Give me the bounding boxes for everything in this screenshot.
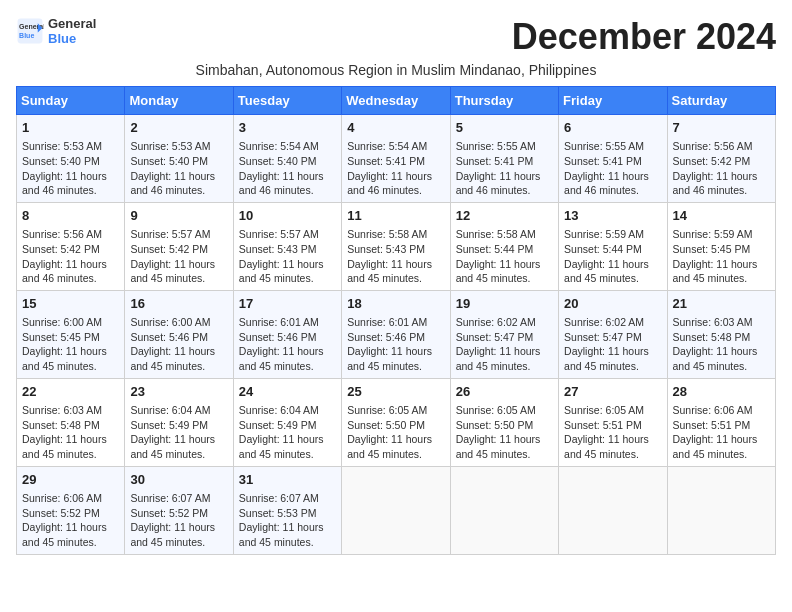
sunset-text: Sunset: 5:41 PM [347, 154, 444, 169]
daylight-text: Daylight: 11 hours and 45 minutes. [673, 432, 770, 461]
calendar-cell: 24Sunrise: 6:04 AMSunset: 5:49 PMDayligh… [233, 378, 341, 466]
col-header-wednesday: Wednesday [342, 87, 450, 115]
week-row-5: 29Sunrise: 6:06 AMSunset: 5:52 PMDayligh… [17, 466, 776, 554]
col-header-friday: Friday [559, 87, 667, 115]
sunrise-text: Sunrise: 6:06 AM [22, 491, 119, 506]
calendar-cell: 22Sunrise: 6:03 AMSunset: 5:48 PMDayligh… [17, 378, 125, 466]
calendar-cell: 17Sunrise: 6:01 AMSunset: 5:46 PMDayligh… [233, 290, 341, 378]
calendar-cell: 15Sunrise: 6:00 AMSunset: 5:45 PMDayligh… [17, 290, 125, 378]
calendar-cell: 5Sunrise: 5:55 AMSunset: 5:41 PMDaylight… [450, 115, 558, 203]
sunrise-text: Sunrise: 6:03 AM [673, 315, 770, 330]
sunrise-text: Sunrise: 5:57 AM [239, 227, 336, 242]
day-number: 11 [347, 207, 444, 225]
daylight-text: Daylight: 11 hours and 45 minutes. [22, 432, 119, 461]
calendar-cell: 21Sunrise: 6:03 AMSunset: 5:48 PMDayligh… [667, 290, 775, 378]
sunrise-text: Sunrise: 6:00 AM [22, 315, 119, 330]
day-number: 20 [564, 295, 661, 313]
day-number: 13 [564, 207, 661, 225]
daylight-text: Daylight: 11 hours and 45 minutes. [239, 257, 336, 286]
day-number: 7 [673, 119, 770, 137]
sunset-text: Sunset: 5:50 PM [456, 418, 553, 433]
daylight-text: Daylight: 11 hours and 45 minutes. [130, 344, 227, 373]
sunset-text: Sunset: 5:40 PM [239, 154, 336, 169]
day-number: 21 [673, 295, 770, 313]
week-row-1: 1Sunrise: 5:53 AMSunset: 5:40 PMDaylight… [17, 115, 776, 203]
day-number: 3 [239, 119, 336, 137]
sunrise-text: Sunrise: 6:07 AM [239, 491, 336, 506]
daylight-text: Daylight: 11 hours and 45 minutes. [130, 432, 227, 461]
sunrise-text: Sunrise: 5:54 AM [239, 139, 336, 154]
daylight-text: Daylight: 11 hours and 45 minutes. [347, 432, 444, 461]
daylight-text: Daylight: 11 hours and 45 minutes. [456, 257, 553, 286]
sunset-text: Sunset: 5:43 PM [347, 242, 444, 257]
daylight-text: Daylight: 11 hours and 45 minutes. [22, 520, 119, 549]
calendar-cell: 11Sunrise: 5:58 AMSunset: 5:43 PMDayligh… [342, 202, 450, 290]
calendar-cell: 2Sunrise: 5:53 AMSunset: 5:40 PMDaylight… [125, 115, 233, 203]
sunset-text: Sunset: 5:45 PM [673, 242, 770, 257]
sunrise-text: Sunrise: 6:04 AM [130, 403, 227, 418]
sunrise-text: Sunrise: 5:59 AM [564, 227, 661, 242]
sunset-text: Sunset: 5:52 PM [22, 506, 119, 521]
calendar-cell: 28Sunrise: 6:06 AMSunset: 5:51 PMDayligh… [667, 378, 775, 466]
day-number: 30 [130, 471, 227, 489]
calendar-cell [559, 466, 667, 554]
sunrise-text: Sunrise: 6:01 AM [347, 315, 444, 330]
calendar-cell: 9Sunrise: 5:57 AMSunset: 5:42 PMDaylight… [125, 202, 233, 290]
sunrise-text: Sunrise: 5:53 AM [22, 139, 119, 154]
daylight-text: Daylight: 11 hours and 46 minutes. [564, 169, 661, 198]
calendar-header-row: SundayMondayTuesdayWednesdayThursdayFrid… [17, 87, 776, 115]
calendar-cell: 3Sunrise: 5:54 AMSunset: 5:40 PMDaylight… [233, 115, 341, 203]
daylight-text: Daylight: 11 hours and 45 minutes. [130, 520, 227, 549]
calendar-table: SundayMondayTuesdayWednesdayThursdayFrid… [16, 86, 776, 555]
calendar-cell: 20Sunrise: 6:02 AMSunset: 5:47 PMDayligh… [559, 290, 667, 378]
calendar-cell: 14Sunrise: 5:59 AMSunset: 5:45 PMDayligh… [667, 202, 775, 290]
week-row-4: 22Sunrise: 6:03 AMSunset: 5:48 PMDayligh… [17, 378, 776, 466]
day-number: 15 [22, 295, 119, 313]
sunset-text: Sunset: 5:40 PM [130, 154, 227, 169]
col-header-monday: Monday [125, 87, 233, 115]
daylight-text: Daylight: 11 hours and 45 minutes. [673, 257, 770, 286]
daylight-text: Daylight: 11 hours and 45 minutes. [347, 344, 444, 373]
sunrise-text: Sunrise: 6:05 AM [456, 403, 553, 418]
calendar-cell: 31Sunrise: 6:07 AMSunset: 5:53 PMDayligh… [233, 466, 341, 554]
sunset-text: Sunset: 5:49 PM [130, 418, 227, 433]
sunrise-text: Sunrise: 5:53 AM [130, 139, 227, 154]
col-header-sunday: Sunday [17, 87, 125, 115]
daylight-text: Daylight: 11 hours and 46 minutes. [130, 169, 227, 198]
day-number: 8 [22, 207, 119, 225]
sunrise-text: Sunrise: 6:05 AM [564, 403, 661, 418]
logo-icon: General Blue [16, 17, 44, 45]
calendar-cell [450, 466, 558, 554]
daylight-text: Daylight: 11 hours and 46 minutes. [22, 169, 119, 198]
calendar-cell: 23Sunrise: 6:04 AMSunset: 5:49 PMDayligh… [125, 378, 233, 466]
daylight-text: Daylight: 11 hours and 45 minutes. [239, 344, 336, 373]
sunset-text: Sunset: 5:41 PM [456, 154, 553, 169]
sunset-text: Sunset: 5:51 PM [564, 418, 661, 433]
sunset-text: Sunset: 5:40 PM [22, 154, 119, 169]
daylight-text: Daylight: 11 hours and 46 minutes. [456, 169, 553, 198]
daylight-text: Daylight: 11 hours and 45 minutes. [239, 432, 336, 461]
day-number: 2 [130, 119, 227, 137]
sunset-text: Sunset: 5:49 PM [239, 418, 336, 433]
sunrise-text: Sunrise: 6:02 AM [456, 315, 553, 330]
sunset-text: Sunset: 5:52 PM [130, 506, 227, 521]
calendar-cell: 29Sunrise: 6:06 AMSunset: 5:52 PMDayligh… [17, 466, 125, 554]
logo: General Blue General Blue [16, 16, 96, 46]
sunset-text: Sunset: 5:42 PM [673, 154, 770, 169]
sunset-text: Sunset: 5:42 PM [22, 242, 119, 257]
logo-text: General Blue [48, 16, 96, 46]
sunset-text: Sunset: 5:45 PM [22, 330, 119, 345]
day-number: 22 [22, 383, 119, 401]
day-number: 26 [456, 383, 553, 401]
daylight-text: Daylight: 11 hours and 45 minutes. [239, 520, 336, 549]
sunset-text: Sunset: 5:42 PM [130, 242, 227, 257]
daylight-text: Daylight: 11 hours and 45 minutes. [347, 257, 444, 286]
sunrise-text: Sunrise: 6:01 AM [239, 315, 336, 330]
sunset-text: Sunset: 5:50 PM [347, 418, 444, 433]
calendar-cell: 7Sunrise: 5:56 AMSunset: 5:42 PMDaylight… [667, 115, 775, 203]
day-number: 24 [239, 383, 336, 401]
day-number: 9 [130, 207, 227, 225]
sunrise-text: Sunrise: 5:57 AM [130, 227, 227, 242]
week-row-2: 8Sunrise: 5:56 AMSunset: 5:42 PMDaylight… [17, 202, 776, 290]
calendar-cell: 19Sunrise: 6:02 AMSunset: 5:47 PMDayligh… [450, 290, 558, 378]
